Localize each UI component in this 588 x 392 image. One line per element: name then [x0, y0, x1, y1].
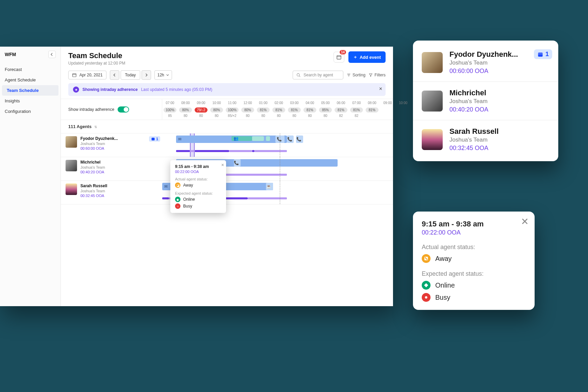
hour-label: 09:00 [193, 99, 209, 107]
coverage-pill: 81% [257, 107, 270, 113]
away-status-icon [422, 254, 431, 263]
coverage-count: 85/+2 [224, 113, 240, 120]
coverage-count: 85 [162, 113, 178, 120]
coverage-count [395, 113, 411, 120]
agent-team: Joshua's Team [449, 137, 499, 143]
sidebar-item-agent-schedule[interactable]: Agent Schedule [0, 75, 60, 85]
coverage-pill: 80% [210, 107, 223, 113]
add-event-button[interactable]: ＋ Add event [348, 51, 386, 63]
tooltip-close-button[interactable]: × [221, 162, 224, 168]
sidebar-collapse-button[interactable] [48, 51, 56, 58]
next-day-button[interactable] [142, 70, 151, 80]
schedule-block[interactable]: ☕ [266, 183, 273, 190]
chevron-down-icon [166, 74, 169, 76]
coverage-count: 80 [287, 113, 302, 120]
tooltip-expected-label: Expected agent status: [422, 270, 526, 277]
page-header: Team Schedule Updated yesterday at 12:00… [61, 47, 393, 67]
schedule-lane[interactable]: ✉👥📞📞📞 [162, 133, 393, 157]
sidebar-item-configuration[interactable]: Configuration [0, 106, 60, 117]
sort-icon [347, 73, 351, 77]
schedule-block[interactable] [266, 136, 270, 141]
now-indicator [280, 133, 280, 157]
agent-event-badge[interactable]: 1 [534, 49, 552, 59]
phone-icon: 📞 [287, 137, 292, 142]
zoom-agent-row[interactable]: Michrichel Joshua's Team 00:40:20 OOA [413, 82, 558, 120]
agent-card[interactable]: MichrichelJoshua's Team00:40:20 OOA [61, 157, 162, 180]
now-indicator [280, 181, 280, 204]
zoom-agent-row[interactable]: Sarah Russell Joshua's Team 00:32:45 OOA [413, 120, 558, 158]
tooltip-expected-label: Expected agent status: [175, 191, 221, 195]
date-picker[interactable]: Apr 20, 2021 [68, 71, 106, 79]
schedule-block[interactable]: 📞 [296, 136, 303, 143]
schedule-block[interactable]: 👥 [231, 136, 252, 141]
calendar-notification-icon [336, 54, 342, 60]
coverage-count: 80 [302, 113, 318, 120]
coverage-count: 80 [178, 113, 193, 120]
agents-count-row: 111 Agents ⇅ [61, 120, 393, 133]
schedule-block[interactable]: 📞 [287, 136, 294, 143]
schedule-block[interactable]: 📞 [234, 159, 241, 167]
filters-button[interactable]: Filters [369, 73, 386, 77]
sorting-button[interactable]: Sorting [347, 73, 365, 77]
hour-label: 04:00 [302, 99, 318, 107]
svg-point-4 [297, 73, 300, 76]
sidebar-item-forecast[interactable]: Forecast [0, 64, 60, 75]
adherence-segment [229, 150, 252, 152]
agent-team: Joshua's Team [80, 142, 118, 146]
agents-zoom-card: Fyodor Dyuzhenk... Joshua's Team 00:60:0… [413, 41, 558, 161]
adherence-segment [162, 197, 169, 199]
sidebar-item-insights[interactable]: Insights [0, 96, 60, 106]
agent-card[interactable]: Sarah RussellJoshua's Team00:32:45 OOA [61, 181, 162, 204]
page-title: Team Schedule [68, 51, 125, 60]
main-content: Team Schedule Updated yesterday at 12:00… [61, 47, 393, 306]
agent-ooa: 00:60:00 OOA [449, 68, 518, 75]
hour-label: 10:00 [395, 99, 411, 107]
tooltip-close-button[interactable] [521, 218, 529, 225]
hour-label: 07:00 [349, 99, 364, 107]
prev-day-button[interactable] [110, 70, 119, 80]
adherence-toggle[interactable] [118, 106, 129, 113]
schedule-block[interactable] [252, 136, 264, 141]
agent-ooa: 00:40:20 OOA [80, 170, 105, 174]
avatar [66, 160, 77, 171]
adherence-tooltip: × 9:15 am - 9:38 am 00:22:00 OOA Actual … [170, 160, 226, 213]
search-input[interactable]: Search by agent [293, 71, 343, 79]
agent-name: Michrichel [80, 160, 105, 165]
coverage-count: 80 [193, 113, 209, 120]
search-icon [296, 73, 301, 77]
svg-rect-6 [151, 138, 154, 141]
agents-sort-button[interactable]: ⇅ [94, 125, 97, 129]
agent-card[interactable]: Fyodor Dyuzhenk...Joshua's Team00:60:00 … [61, 133, 162, 157]
coverage-count: 80 [209, 113, 224, 120]
avatar [66, 183, 77, 195]
tooltip-expected-status-0: Online [183, 197, 195, 202]
agent-rows: Fyodor Dyuzhenk...Joshua's Team00:60:00 … [61, 133, 393, 204]
svg-rect-7 [538, 52, 543, 56]
coverage-count: 80 [318, 113, 333, 120]
banner-close-button[interactable]: × [379, 86, 382, 92]
agent-event-badge[interactable]: 1 [149, 136, 160, 142]
agent-name: Fyodor Dyuzhenk... [80, 136, 118, 141]
tooltip-actual-status: Away [435, 255, 452, 263]
today-button[interactable]: Today [121, 70, 140, 80]
calendar-icon [537, 51, 543, 57]
agent-team: Joshua's Team [80, 165, 105, 169]
hour-label: 08:00 [364, 99, 380, 107]
notifications-button[interactable]: 14 [334, 52, 344, 63]
coverage-pill: 85% [319, 107, 332, 113]
tooltip-time-range: 9:15 am - 9:38 am [422, 220, 526, 228]
coverage-count: 82 [333, 113, 349, 120]
agent-ooa: 00:40:20 OOA [449, 106, 488, 113]
page-subtitle: Updated yesterday at 12:00 PM [68, 61, 125, 66]
agent-ooa: 00:60:00 OOA [80, 146, 118, 150]
envelope-icon: ✉ [178, 137, 181, 142]
zoom-select[interactable]: 12h [154, 70, 172, 80]
coverage-pill: 80% [241, 107, 254, 113]
coverage-pill: 81% [272, 107, 285, 113]
adherence-segment [254, 150, 287, 152]
envelope-icon: ✉ [164, 184, 168, 189]
coverage-pill: 100% [226, 107, 239, 113]
coverage-count: 80 [240, 113, 255, 120]
zoom-agent-row[interactable]: Fyodor Dyuzhenk... Joshua's Team 00:60:0… [413, 43, 558, 82]
sidebar-item-team-schedule[interactable]: Team Schedule [2, 85, 58, 96]
